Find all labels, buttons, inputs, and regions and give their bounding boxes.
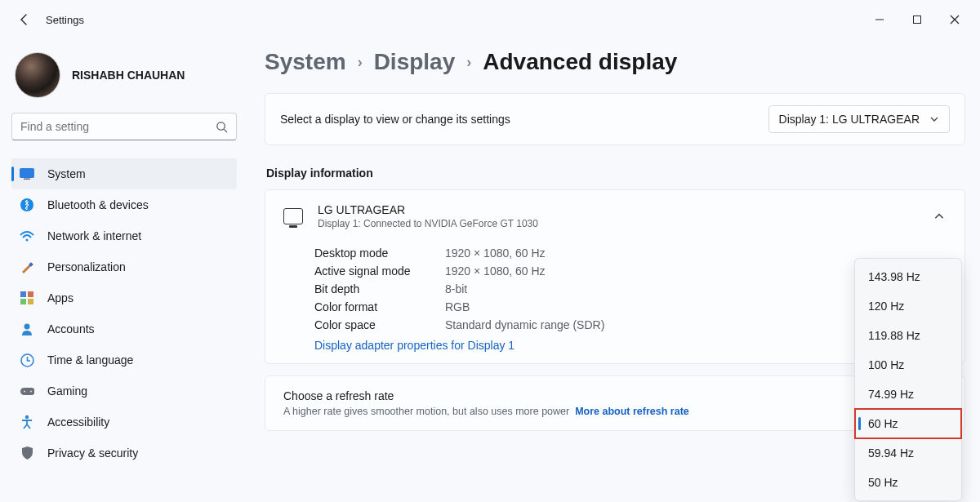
shield-icon — [20, 446, 34, 460]
refresh-sub: A higher rate gives smoother motion, but… — [283, 406, 947, 417]
a11y-icon — [20, 415, 34, 429]
refresh-rate-option[interactable]: 59.94 Hz — [855, 438, 961, 468]
monitor-icon — [283, 208, 303, 224]
gamepad-icon — [20, 384, 34, 398]
info-key: Color format — [314, 300, 445, 313]
info-value: 8-bit — [445, 282, 467, 295]
chevron-up-icon — [932, 211, 947, 222]
sidebar-item-personalization[interactable]: Personalization — [11, 251, 237, 282]
display-selector-dropdown[interactable]: Display 1: LG ULTRAGEAR — [768, 105, 950, 133]
svg-point-13 — [24, 324, 30, 330]
sidebar-nav: SystemBluetooth & devicesNetwork & inter… — [11, 158, 237, 469]
svg-point-18 — [25, 415, 29, 419]
info-value: RGB — [445, 300, 470, 313]
section-title-display-info: Display information — [266, 167, 965, 180]
chevron-right-icon: › — [466, 54, 471, 71]
breadcrumb-display[interactable]: Display — [374, 49, 456, 75]
svg-point-7 — [26, 239, 29, 242]
maximize-button[interactable] — [898, 5, 936, 34]
info-row: Bit depth8-bit — [314, 280, 947, 298]
sidebar-item-label: Personalization — [47, 260, 126, 273]
sidebar-item-system[interactable]: System — [11, 158, 237, 189]
info-row: Desktop mode1920 × 1080, 60 Hz — [314, 244, 947, 262]
select-display-label: Select a display to view or change its s… — [280, 113, 510, 126]
sidebar-item-apps[interactable]: Apps — [11, 282, 237, 313]
svg-rect-9 — [20, 291, 26, 297]
search-input[interactable] — [20, 120, 216, 133]
chevron-down-icon — [929, 114, 939, 124]
sidebar-item-label: Accounts — [47, 322, 95, 335]
refresh-rate-option[interactable]: 143.98 Hz — [855, 262, 961, 291]
refresh-rate-option[interactable]: 50 Hz — [855, 468, 961, 497]
svg-line-3 — [224, 129, 227, 132]
sidebar-item-bluetooth-devices[interactable]: Bluetooth & devices — [11, 189, 237, 220]
sidebar-item-label: System — [47, 167, 86, 180]
avatar — [15, 52, 60, 98]
sidebar-item-privacy-security[interactable]: Privacy & security — [11, 438, 237, 469]
info-row: Active signal mode1920 × 1080, 60 Hz — [314, 262, 947, 280]
info-row: Color formatRGB — [314, 298, 947, 316]
refresh-rate-option[interactable]: 100 Hz — [855, 350, 961, 380]
refresh-title: Choose a refresh rate — [283, 389, 947, 402]
adapter-properties-link[interactable]: Display adapter properties for Display 1 — [314, 334, 947, 352]
select-display-card: Select a display to view or change its s… — [265, 93, 965, 145]
search-icon — [216, 121, 228, 133]
svg-rect-1 — [914, 16, 921, 24]
sidebar-item-network-internet[interactable]: Network & internet — [11, 220, 237, 251]
apps-icon — [20, 291, 34, 305]
info-key: Color space — [314, 318, 445, 331]
window-title: Settings — [46, 14, 84, 26]
sidebar-item-label: Privacy & security — [47, 446, 138, 460]
search-box[interactable] — [11, 113, 237, 140]
sidebar-item-accessibility[interactable]: Accessibility — [11, 406, 237, 438]
info-key: Active signal mode — [314, 264, 445, 278]
svg-rect-11 — [20, 299, 26, 304]
refresh-rate-option[interactable]: 60 Hz — [855, 409, 961, 438]
breadcrumb-current: Advanced display — [483, 49, 677, 75]
profile[interactable]: RISHABH CHAUHAN — [11, 44, 237, 113]
display-info-header[interactable]: LG ULTRAGEAR Display 1: Connected to NVI… — [265, 190, 964, 239]
svg-rect-15 — [20, 388, 34, 395]
display-sub: Display 1: Connected to NVIDIA GeForce G… — [318, 218, 538, 229]
svg-rect-5 — [24, 179, 30, 180]
sidebar-item-label: Time & language — [47, 353, 133, 367]
sidebar-item-label: Apps — [47, 291, 74, 304]
refresh-rate-option[interactable]: 120 Hz — [855, 291, 961, 321]
refresh-rate-menu[interactable]: 143.98 Hz120 Hz119.88 Hz100 Hz74.99 Hz60… — [854, 258, 962, 501]
bluetooth-icon — [20, 198, 34, 212]
info-value: 1920 × 1080, 60 Hz — [445, 264, 546, 278]
svg-point-17 — [30, 391, 32, 393]
sidebar-item-label: Accessibility — [47, 415, 109, 429]
refresh-rate-option[interactable]: 74.99 Hz — [855, 380, 961, 409]
svg-rect-10 — [28, 291, 33, 297]
breadcrumb-system[interactable]: System — [265, 49, 346, 75]
info-value: 1920 × 1080, 60 Hz — [445, 247, 546, 260]
svg-rect-12 — [28, 299, 33, 304]
refresh-rate-option[interactable]: 119.88 Hz — [855, 321, 961, 350]
sidebar-item-label: Gaming — [47, 384, 87, 398]
info-key: Bit depth — [314, 282, 445, 295]
system-icon — [20, 167, 34, 181]
display-name: LG ULTRAGEAR — [318, 203, 538, 216]
person-icon — [20, 322, 34, 336]
window-controls — [861, 5, 973, 34]
info-value: Standard dynamic range (SDR) — [445, 318, 604, 331]
info-key: Desktop mode — [314, 247, 445, 260]
display-selector-value: Display 1: LG ULTRAGEAR — [779, 113, 920, 126]
sidebar-item-time-language[interactable]: Time & language — [11, 344, 237, 375]
back-button[interactable] — [15, 10, 34, 29]
titlebar: Settings — [0, 0, 980, 39]
minimize-button[interactable] — [861, 5, 898, 34]
refresh-more-link[interactable]: More about refresh rate — [575, 406, 689, 417]
sidebar-item-label: Network & internet — [47, 229, 141, 242]
sidebar: RISHABH CHAUHAN SystemBluetooth & device… — [0, 39, 245, 502]
clock-icon — [20, 353, 34, 367]
wifi-icon — [20, 229, 34, 243]
sidebar-item-label: Bluetooth & devices — [47, 198, 149, 211]
sidebar-item-accounts[interactable]: Accounts — [11, 313, 237, 344]
brush-icon — [20, 260, 34, 274]
svg-rect-4 — [20, 169, 34, 178]
username: RISHABH CHAUHAN — [72, 69, 185, 82]
sidebar-item-gaming[interactable]: Gaming — [11, 375, 237, 406]
close-button[interactable] — [936, 5, 973, 34]
